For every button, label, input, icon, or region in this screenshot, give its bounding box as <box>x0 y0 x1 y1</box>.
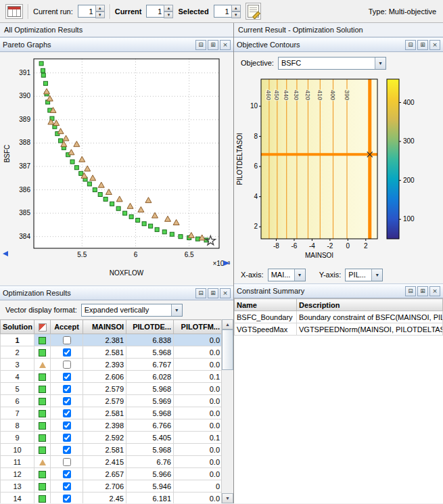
pilotfm-cell[interactable]: 0 <box>174 480 223 492</box>
current-down-button[interactable]: ▼ <box>164 12 173 18</box>
table-row[interactable]: 62.5795.9690.0 <box>1 395 223 407</box>
accept-cell[interactable] <box>51 480 83 492</box>
current-input[interactable] <box>146 5 164 18</box>
scroll-up-button[interactable]: ▲ <box>222 319 233 329</box>
contours-close-button[interactable]: × <box>429 40 440 50</box>
mainsoi-cell[interactable]: 2.581 <box>83 444 126 456</box>
constraints-close-button[interactable]: × <box>429 286 440 296</box>
pareto-chart[interactable]: 5.566.5384385386387388389390391BSFCNOXFL… <box>0 52 233 282</box>
pareto-float-button[interactable]: ⊞ <box>208 40 218 50</box>
selected-input[interactable] <box>214 5 231 18</box>
solution-cell[interactable]: 13 <box>1 480 34 492</box>
export-pad-button[interactable] <box>246 3 261 20</box>
accept-checkbox[interactable] <box>63 470 71 478</box>
pilotdeltasoi-cell[interactable]: 6.838 <box>126 334 174 346</box>
chevron-down-icon[interactable]: ▾ <box>375 58 386 69</box>
mainsoi-cell[interactable]: 2.606 <box>83 371 126 383</box>
current-run-down-button[interactable]: ▼ <box>95 12 105 18</box>
solution-cell[interactable]: 2 <box>1 346 34 359</box>
pilotdeltasoi-cell[interactable]: 5.405 <box>126 432 174 444</box>
vector-format-select[interactable]: Expanded vertically ▾ <box>81 304 183 317</box>
table-row[interactable]: 12.3816.8380.0 <box>1 334 223 346</box>
flag-cell[interactable] <box>34 395 51 407</box>
flag-cell[interactable] <box>34 492 51 504</box>
pilotdeltasoi-cell[interactable]: 5.968 <box>126 407 174 419</box>
accept-checkbox[interactable] <box>63 385 71 393</box>
accept-checkbox[interactable] <box>63 348 71 357</box>
pilotfm-cell[interactable]: 0.0 <box>174 359 223 371</box>
pilotfm-cell[interactable]: 0.0 <box>174 456 223 468</box>
accept-cell[interactable] <box>51 456 83 468</box>
flag-cell[interactable] <box>34 334 51 346</box>
yaxis-select[interactable]: PIL... ▾ <box>345 269 383 281</box>
pilotdeltasoi-cell[interactable]: 6.76 <box>126 456 174 468</box>
pilotdeltasoi-cell[interactable]: 5.968 <box>126 444 174 456</box>
pilotfm-cell[interactable]: 0.0 <box>174 395 223 407</box>
contour-chart[interactable]: 460450440430420410400390-8-6-4-202246810… <box>234 74 441 263</box>
solution-cell[interactable]: 9 <box>1 432 34 444</box>
results-dock-button[interactable]: ⊟ <box>195 288 206 298</box>
table-row[interactable]: 22.5815.9680.0 <box>1 346 223 359</box>
mainsoi-cell[interactable]: 2.393 <box>83 359 126 371</box>
flag-cell[interactable] <box>34 359 51 371</box>
objective-select[interactable]: BSFC ▾ <box>278 57 386 70</box>
accept-cell[interactable] <box>51 359 83 371</box>
results-close-button[interactable]: × <box>220 288 231 298</box>
accept-checkbox[interactable] <box>63 421 71 430</box>
accept-checkbox[interactable] <box>63 458 71 466</box>
solution-cell[interactable]: 4 <box>1 371 34 383</box>
mainsoi-cell[interactable]: 2.581 <box>83 407 126 419</box>
pilotdeltasoi-cell[interactable]: 5.969 <box>126 395 174 407</box>
table-row[interactable]: 102.5815.9680.0 <box>1 444 223 456</box>
pareto-dock-button[interactable]: ⊟ <box>195 40 206 50</box>
mainsoi-cell[interactable]: 2.581 <box>83 346 126 359</box>
solution-cell[interactable]: 6 <box>1 395 34 407</box>
scroll-thumb[interactable] <box>222 329 233 370</box>
flag-cell[interactable] <box>34 456 51 468</box>
mainsoi-cell[interactable]: 2.415 <box>83 456 126 468</box>
solution-cell[interactable]: 11 <box>1 456 34 468</box>
pilotfm-cell[interactable]: 0.0 <box>174 468 223 480</box>
selected-spinner[interactable]: ▲ ▼ <box>214 5 241 18</box>
accept-cell[interactable] <box>51 383 83 395</box>
pareto-close-button[interactable]: × <box>220 40 231 50</box>
solution-cell[interactable]: 1 <box>1 334 34 346</box>
constraint-name-cell[interactable]: BSFC_Boundary <box>235 311 297 323</box>
pilotfm-cell[interactable]: 0.0 <box>174 334 223 346</box>
flag-cell[interactable] <box>34 346 51 359</box>
accept-cell[interactable] <box>51 492 83 504</box>
mainsoi-cell[interactable]: 2.657 <box>83 468 126 480</box>
chevron-down-icon[interactable]: ▾ <box>371 269 382 281</box>
accept-cell[interactable] <box>51 432 83 444</box>
solution-cell[interactable]: 14 <box>1 492 34 504</box>
accept-cell[interactable] <box>51 371 83 383</box>
table-row[interactable]: 112.4156.760.0 <box>1 456 223 468</box>
solution-cell[interactable]: 8 <box>1 419 34 432</box>
solution-cell[interactable]: 10 <box>1 444 34 456</box>
constraint-description-cell[interactable]: VGTSPEEDNorm(MAINSOI, PILOTDELTASOI, <box>297 323 443 336</box>
flag-cell[interactable] <box>34 480 51 492</box>
results-table-button[interactable] <box>5 4 23 19</box>
accept-checkbox[interactable] <box>63 434 71 442</box>
current-up-button[interactable]: ▲ <box>164 5 173 12</box>
constraint-name-cell[interactable]: VGTSpeedMax <box>235 323 297 336</box>
accept-checkbox[interactable] <box>63 361 71 369</box>
pilotdeltasoi-cell[interactable]: 6.767 <box>126 359 174 371</box>
constraint-description-cell[interactable]: Boundary constraint of BSFC(MAINSOI, PIL… <box>297 311 443 323</box>
flag-cell[interactable] <box>34 419 51 432</box>
accept-checkbox[interactable] <box>63 336 71 344</box>
current-run-spinner[interactable]: ▲ ▼ <box>78 5 105 18</box>
table-row[interactable]: 42.6066.0280.1 <box>1 371 223 383</box>
table-row[interactable]: 92.5925.4050.1 <box>1 432 223 444</box>
solution-cell[interactable]: 3 <box>1 359 34 371</box>
pilotdeltasoi-cell[interactable]: 5.968 <box>126 346 174 359</box>
chevron-down-icon[interactable]: ▾ <box>171 304 182 316</box>
pilotfm-cell[interactable]: 0.0 <box>174 346 223 359</box>
xaxis-select[interactable]: MAI... ▾ <box>268 269 306 281</box>
solution-cell[interactable]: 7 <box>1 407 34 419</box>
current-spinner[interactable]: ▲ ▼ <box>146 5 173 18</box>
pilotdeltasoi-cell[interactable]: 5.968 <box>126 383 174 395</box>
selected-down-button[interactable]: ▼ <box>231 12 241 18</box>
table-row[interactable]: 32.3936.7670.0 <box>1 359 223 371</box>
table-row[interactable]: 52.5795.9680.0 <box>1 383 223 395</box>
